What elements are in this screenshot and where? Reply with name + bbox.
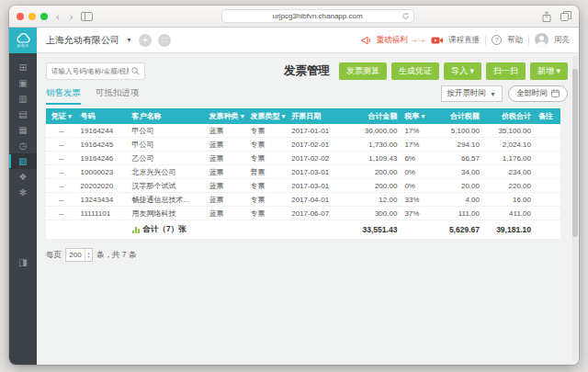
sidebar-item-period[interactable]: ◷: [9, 138, 37, 153]
live-link[interactable]: 课程直播: [448, 35, 480, 46]
table-cell: 北京兴兴公司: [129, 167, 206, 177]
sidebar-item-collapse[interactable]: ◨: [9, 254, 37, 270]
back-button[interactable]: ‹: [54, 12, 62, 21]
table-body: --19164244甲公司蓝票专票2017-01-0130,000.0017%5…: [46, 124, 560, 220]
table-summary-row: 合计（7）张 33,551.43 5,629.67 39,181.10: [46, 220, 560, 239]
table-cell: 16.00: [483, 196, 535, 204]
avatar[interactable]: [535, 33, 548, 47]
table-row[interactable]: --13243434畅捷通信息技术...蓝票专票2017-04-0112.003…: [46, 193, 560, 207]
chevron-down-icon: ▼: [490, 91, 496, 97]
time-filter-button[interactable]: 全部时间: [508, 85, 568, 102]
collapse-icon: ◨: [18, 257, 27, 267]
action-button-4[interactable]: 扫一扫: [486, 62, 526, 80]
table-row[interactable]: --19164244甲公司蓝票专票2017-01-0130,000.0017%5…: [46, 124, 560, 138]
table-row[interactable]: --19164245甲公司蓝票专票2017-02-011,730.0017%29…: [46, 138, 560, 152]
payroll-icon: ❖: [19, 172, 28, 182]
sort-dropdown[interactable]: 按开票时间 ▼: [441, 85, 503, 102]
invoice-table: 凭证 ▾号码客户名称发票种类 ▾发票类型 ▾开票日期合计金额税率 ▾合计税额价税…: [46, 108, 560, 239]
sidebar-item-reports[interactable]: ▥: [9, 91, 37, 107]
browser-toolbar: ‹ › urjpcg3hibfvn.chanapp.com: [9, 6, 579, 28]
voucher-icon: ▤: [18, 109, 27, 119]
table-cell: 2017-04-01: [288, 196, 345, 204]
sidebar-bottom-nav: ◨: [9, 248, 37, 270]
time-filter-label: 全部时间: [516, 88, 548, 99]
sidebar-item-settings[interactable]: ✻: [9, 185, 37, 200]
cloud-logo-icon: [17, 33, 30, 43]
add-company-icon[interactable]: +: [139, 34, 152, 47]
column-header[interactable]: 税率 ▾: [401, 111, 432, 121]
table-cell: 用友网络科技: [129, 209, 206, 219]
column-header[interactable]: 发票类型 ▾: [246, 111, 288, 121]
close-window-button[interactable]: [17, 13, 24, 20]
tabs-overview-icon[interactable]: [560, 11, 571, 21]
company-selector[interactable]: 上海允动有限公司: [46, 34, 119, 47]
table-cell: 蓝票: [206, 153, 247, 163]
help-icon[interactable]: ?: [492, 35, 502, 45]
sort-dropdown-label: 按开票时间: [447, 88, 487, 99]
table-row[interactable]: --20202020汉字那个试试蓝票专票2017-03-01200.000%20…: [46, 179, 560, 193]
search-input[interactable]: [51, 67, 129, 75]
table-cell: 33%: [401, 196, 432, 204]
table-row[interactable]: --11111101用友网络科技蓝票专票2017-06-07300.0037%1…: [46, 207, 560, 220]
stepper-icons[interactable]: ▲▼: [85, 249, 92, 261]
per-page-input[interactable]: [66, 249, 85, 261]
sidebar-item-invoice[interactable]: ▧: [9, 153, 37, 169]
promo-link[interactable]: 重磅福利 →→: [377, 35, 425, 46]
sidebar-item-ledger[interactable]: ▦: [9, 122, 37, 138]
column-header[interactable]: 发票种类 ▾: [206, 111, 247, 121]
minimize-window-button[interactable]: [28, 13, 36, 20]
settings-icon: ✻: [19, 187, 27, 197]
calendar-icon: [551, 89, 560, 99]
sidebar-item-voucher[interactable]: ▤: [9, 107, 37, 122]
table-cell: 专票: [246, 140, 288, 150]
apps-grid-icon[interactable]: ∷: [158, 34, 171, 47]
sidebar-nav: ⊞▣▥▤▦◷▧❖✻: [9, 53, 37, 200]
table-cell: 蓝票: [206, 140, 247, 150]
help-link[interactable]: 帮助: [507, 35, 523, 46]
action-button-5[interactable]: 新增 ▾: [530, 62, 568, 80]
table-cell: 20.00: [432, 182, 483, 190]
sidebar-item-desktop[interactable]: ⊞: [9, 60, 37, 75]
table-cell: 蓝票: [206, 167, 247, 177]
page-title: 发票管理: [284, 63, 330, 79]
forward-button[interactable]: ›: [68, 12, 75, 21]
table-cell: 220.00: [483, 182, 535, 190]
table-cell: 专票: [246, 195, 288, 205]
table-cell: 专票: [246, 181, 288, 191]
tab-2[interactable]: 可抵扣进项: [96, 87, 140, 105]
table-cell: 蓝票: [206, 126, 247, 136]
table-cell: 专票: [246, 153, 288, 163]
cashier-icon: ▣: [18, 78, 27, 88]
chevron-down-icon[interactable]: ▼: [126, 37, 132, 43]
divider: [528, 36, 529, 45]
zoom-window-button[interactable]: [40, 13, 48, 20]
scrollbar-thumb[interactable]: [572, 69, 578, 237]
table-cell: 17%: [401, 127, 432, 135]
search-icon[interactable]: [131, 62, 140, 79]
column-header[interactable]: 凭证 ▾: [46, 111, 77, 121]
invoice-icon: ▧: [18, 156, 27, 166]
reload-icon[interactable]: [401, 12, 410, 22]
action-button-1[interactable]: 发票测算: [339, 62, 387, 80]
tab-1[interactable]: 销售发票: [46, 87, 81, 105]
action-button-3[interactable]: 导入 ▾: [444, 62, 481, 80]
table-cell: 蓝票: [206, 209, 247, 219]
address-bar[interactable]: urjpcg3hibfvn.chanapp.com: [221, 9, 414, 23]
vertical-scrollbar[interactable]: [572, 56, 578, 362]
user-name[interactable]: 周亮: [554, 35, 570, 46]
table-row[interactable]: --10000023北京兴兴公司蓝票普票2017-03-01200.000%34…: [46, 165, 560, 179]
column-header: 客户名称: [129, 111, 206, 121]
action-button-2[interactable]: 生成凭证: [391, 62, 439, 80]
sidebar-toggle-icon[interactable]: [81, 12, 93, 21]
table-cell: --: [46, 154, 77, 163]
app-logo[interactable]: 标准版: [9, 28, 37, 53]
sidebar-item-payroll[interactable]: ❖: [9, 169, 37, 185]
table-cell: 35,100.00: [483, 127, 535, 135]
table-cell: 专票: [246, 126, 288, 136]
table-cell: 2017-03-01: [288, 182, 345, 190]
sidebar-item-cashier[interactable]: ▣: [9, 75, 37, 91]
table-row[interactable]: --19164246乙公司蓝票专票2017-02-021,109.436%66.…: [46, 152, 560, 165]
search-box[interactable]: [46, 62, 145, 80]
period-icon: ◷: [19, 141, 28, 151]
share-icon[interactable]: [542, 11, 551, 22]
